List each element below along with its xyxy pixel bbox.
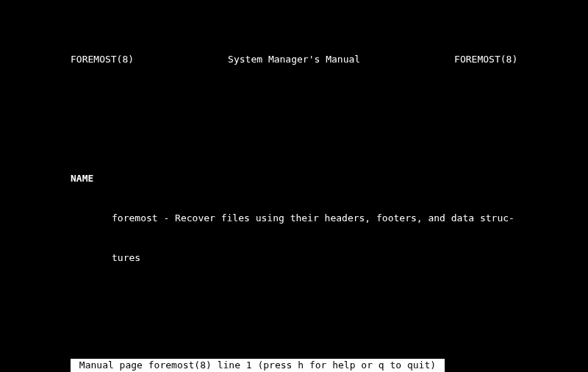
manpage-header-row: FOREMOST(8)System Manager's ManualFOREMO…	[0, 53, 588, 66]
header-center: System Manager's Manual	[228, 54, 360, 65]
header-right: FOREMOST(8)	[454, 54, 517, 65]
pager-status-text: Manual page foremost(8) line 1 (press h …	[79, 360, 436, 371]
terminal-screen: FOREMOST(8)System Manager's ManualFOREMO…	[0, 0, 588, 372]
section-heading-name: NAME	[71, 173, 93, 184]
pager-status-bar[interactable]: Manual page foremost(8) line 1 (press h …	[71, 359, 445, 372]
name-line1: foremost - Recover files using their hea…	[112, 212, 514, 223]
header-left: FOREMOST(8)	[71, 54, 134, 65]
name-line2: tures	[112, 252, 140, 263]
manpage-content[interactable]: FOREMOST(8)System Manager's ManualFOREMO…	[0, 0, 588, 372]
